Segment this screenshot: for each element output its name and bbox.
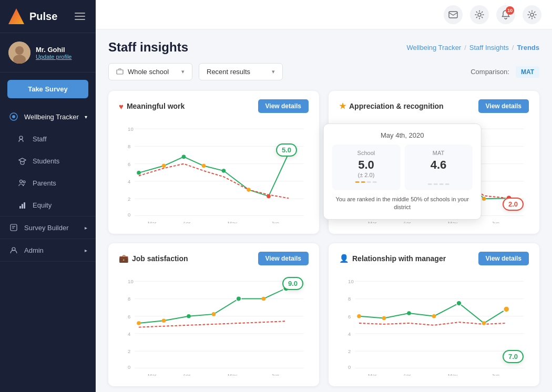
tooltip-school-label: School xyxy=(339,150,394,156)
svg-text:May: May xyxy=(448,373,457,376)
breadcrumb-current: Trends xyxy=(517,44,539,51)
svg-text:Jun: Jun xyxy=(271,220,279,223)
sidebar-item-equity[interactable]: Equity xyxy=(0,194,96,216)
user-info: Mr. Gohil Update profile xyxy=(36,46,72,60)
gear-button[interactable] xyxy=(523,5,541,24)
topbar: 10 xyxy=(96,0,552,29)
dot xyxy=(456,301,462,306)
school-dot xyxy=(182,155,186,159)
results-filter-label: Recent results xyxy=(207,68,250,76)
breadcrumb-wellbeing[interactable]: Wellbeing Tracker xyxy=(406,44,461,51)
school-filter-label: Whole school xyxy=(128,68,169,76)
notifications-button[interactable]: 10 xyxy=(496,5,515,24)
tooltip-mat-col: MAT 4.6 xyxy=(404,145,473,190)
dot xyxy=(382,316,386,321)
breadcrumb-sep-2: / xyxy=(512,44,514,51)
tooltip-school-sub: (± 2.0) xyxy=(339,172,394,178)
svg-text:Jun: Jun xyxy=(492,373,499,376)
chevron-down-icon: ▾ xyxy=(85,114,87,120)
view-details-appreciation[interactable]: View details xyxy=(478,99,529,113)
tooltip-info: You are ranked in the middle 50% of scho… xyxy=(332,195,473,212)
svg-text:2: 2 xyxy=(128,196,130,202)
chart-title-job: 💼 Job satisfaction xyxy=(119,254,188,263)
admin-icon xyxy=(8,245,19,255)
dot xyxy=(212,312,216,316)
score-badge-meaningful-work: 5.0 xyxy=(276,143,297,157)
sidebar-item-wellbeing-tracker[interactable]: Wellbeing Tracker ▾ xyxy=(0,106,96,128)
chart-title-relationship: 👤 Relationship with manager xyxy=(339,254,446,263)
chart-relationship-manager: 👤 Relationship with manager View details… xyxy=(329,243,539,386)
briefcase-icon: 💼 xyxy=(119,254,129,263)
svg-text:0: 0 xyxy=(128,212,130,218)
comparison-badge: MAT xyxy=(516,66,539,78)
mat-dot3 xyxy=(439,183,443,185)
view-details-relationship[interactable]: View details xyxy=(478,252,529,265)
svg-text:May: May xyxy=(228,373,237,376)
chart-header-appreciation: ★ Appreciation & recognition View detail… xyxy=(339,99,529,113)
chart-title-appreciation: ★ Appreciation & recognition xyxy=(339,101,444,111)
school-dot xyxy=(137,171,141,175)
sidebar-nav: Wellbeing Tracker ▾ Staff xyxy=(0,106,96,392)
sidebar-item-staff[interactable]: Staff xyxy=(0,128,96,150)
sidebar-item-admin[interactable]: Admin ▸ xyxy=(0,239,96,261)
svg-rect-18 xyxy=(117,70,123,74)
update-profile-link[interactable]: Update profile xyxy=(36,54,72,60)
results-filter[interactable]: Recent results ▾ xyxy=(199,63,283,80)
tooltip-mat-dots xyxy=(411,183,466,185)
chart-job-satisfaction: 💼 Job satisfaction View details 10 8 6 4… xyxy=(108,243,319,386)
svg-point-1 xyxy=(15,46,24,55)
sidebar-item-parents[interactable]: Parents xyxy=(0,172,96,194)
svg-text:Mar: Mar xyxy=(368,373,376,376)
chart-svg-relationship: 10 8 6 4 2 0 xyxy=(339,271,529,376)
sidebar-item-survey-builder[interactable]: Survey Builder ▸ xyxy=(0,216,96,239)
svg-point-4 xyxy=(12,115,15,118)
tooltip-date: May 4th, 2020 xyxy=(332,131,473,139)
school-line xyxy=(139,288,286,324)
dot2 xyxy=(361,181,365,183)
breadcrumb-sep-1: / xyxy=(464,44,466,51)
star-icon: ★ xyxy=(339,101,346,111)
settings-button[interactable] xyxy=(470,5,489,24)
svg-text:2: 2 xyxy=(128,348,130,354)
score-badge-appreciation: 2.0 xyxy=(503,198,524,211)
school-filter[interactable]: Whole school ▾ xyxy=(108,63,192,80)
chart-tooltip: May 4th, 2020 School 5.0 (± 2.0) xyxy=(323,123,482,220)
svg-text:Jun: Jun xyxy=(271,373,279,376)
logo-triangle-icon xyxy=(8,8,24,24)
sidebar: Pulse Mr. Gohil Update profile Take Surv… xyxy=(0,0,96,392)
chevron-right-icon: ▸ xyxy=(85,225,87,231)
school-dot xyxy=(162,164,166,168)
svg-rect-8 xyxy=(19,206,21,209)
view-details-job[interactable]: View details xyxy=(258,252,309,265)
sidebar-item-students[interactable]: Students xyxy=(0,150,96,172)
school-filter-icon xyxy=(116,68,124,76)
page-header: Staff insights Wellbeing Tracker / Staff… xyxy=(108,40,539,55)
breadcrumb-staff-insights[interactable]: Staff Insights xyxy=(469,44,509,51)
take-survey-button[interactable]: Take Survey xyxy=(7,80,88,98)
sidebar-logo: Pulse xyxy=(0,0,96,33)
sidebar-item-label-students: Students xyxy=(33,157,87,165)
mat-dot4 xyxy=(445,183,449,185)
avatar xyxy=(8,42,30,64)
svg-text:Apr: Apr xyxy=(403,373,411,376)
chart-appreciation: ★ Appreciation & recognition View detail… xyxy=(329,91,539,234)
user-name: Mr. Gohil xyxy=(36,46,72,54)
email-button[interactable] xyxy=(444,5,463,24)
svg-text:May: May xyxy=(228,220,237,223)
tooltip-cols: School 5.0 (± 2.0) xyxy=(332,145,473,190)
svg-text:Apr: Apr xyxy=(403,220,411,223)
svg-text:Mar: Mar xyxy=(368,220,376,223)
svg-rect-10 xyxy=(24,202,25,209)
svg-text:4: 4 xyxy=(128,331,130,337)
main-area: 10 Staff insights Wellbeing Tracker / St… xyxy=(96,0,552,392)
score-badge-relationship: 7.0 xyxy=(503,350,524,363)
svg-point-6 xyxy=(19,180,22,182)
sidebar-item-label-equity: Equity xyxy=(33,201,87,209)
notification-badge: 10 xyxy=(506,6,514,15)
svg-point-7 xyxy=(23,181,25,183)
svg-text:May: May xyxy=(448,220,457,223)
hamburger-button[interactable] xyxy=(73,11,87,22)
svg-rect-9 xyxy=(22,204,23,209)
svg-text:0: 0 xyxy=(128,364,130,370)
view-details-meaningful-work[interactable]: View details xyxy=(258,99,309,113)
